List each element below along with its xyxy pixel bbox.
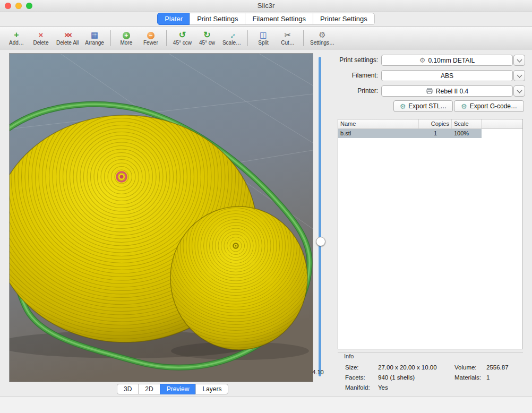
slic3r-window: Slic3r Plater Print Settings Filament Se… xyxy=(0,0,532,413)
printer-icon xyxy=(426,88,433,94)
delete-all-label: Delete All xyxy=(56,40,79,46)
printer-dropdown-button[interactable] xyxy=(513,85,525,97)
cut-icon: ✂ xyxy=(285,30,291,39)
arrange-icon: ▦ xyxy=(91,30,98,39)
size-value: 27.00 x 20.00 x 10.00 xyxy=(378,364,437,371)
volume-value: 2556.87 xyxy=(486,364,509,371)
export-stl-label: Export STL… xyxy=(408,102,447,110)
window-title: Slic3r xyxy=(0,0,532,12)
printer-select[interactable]: Rebel II 0.4 xyxy=(381,85,513,97)
info-title: Info xyxy=(344,353,354,359)
scale-button[interactable]: ↔ Scale… xyxy=(219,28,244,48)
toolbar: + Add… × Delete ×× Delete All ▦ Arrange … xyxy=(0,27,532,49)
tab-filament-settings[interactable]: Filament Settings xyxy=(245,13,313,25)
size-label: Size: xyxy=(345,364,359,371)
tab-plater[interactable]: Plater xyxy=(157,13,190,25)
filament-dropdown-button[interactable] xyxy=(513,70,525,81)
chevron-down-icon xyxy=(517,57,522,62)
settings-icon: ⚙ xyxy=(319,30,325,39)
cut-button[interactable]: ✂ Cut… xyxy=(276,28,300,48)
fewer-button[interactable]: − Fewer xyxy=(139,28,163,48)
object-list-header: Name Copies Scale xyxy=(338,119,522,129)
filament-value: ABS xyxy=(441,72,453,80)
more-label: More xyxy=(120,40,132,46)
delete-label: Delete xyxy=(33,40,49,46)
layer-slider-thumb[interactable] xyxy=(316,237,325,246)
materials-label: Materials: xyxy=(454,374,481,381)
rotate-cw-label: 45° cw xyxy=(199,40,215,46)
split-button[interactable]: ◫ Split xyxy=(251,28,276,48)
table-row[interactable]: b.stl 1 100% xyxy=(338,129,482,138)
materials-value: 1 xyxy=(486,374,490,381)
chevron-down-icon xyxy=(517,72,522,78)
manifold-label: Manifold: xyxy=(345,384,370,391)
3d-viewport[interactable] xyxy=(9,53,313,382)
arrange-button[interactable]: ▦ Arrange xyxy=(82,28,107,48)
rotate-cw-icon: ↻ xyxy=(203,30,210,39)
more-button[interactable]: + More xyxy=(114,28,139,48)
manifold-value: Yes xyxy=(378,384,388,391)
settings-label: Settings… xyxy=(310,40,334,46)
rotate-ccw-icon: ↺ xyxy=(179,30,186,39)
gear-icon: ⚙ xyxy=(419,57,426,64)
preview-scene xyxy=(10,54,313,382)
toolbar-separator xyxy=(247,30,248,46)
object-copies-cell: 1 xyxy=(419,129,452,138)
print-settings-select[interactable]: ⚙ 0.10mm DETAIL xyxy=(381,55,513,66)
toolbar-separator xyxy=(303,30,304,46)
facets-value: 940 (1 shells) xyxy=(378,374,415,381)
layer-height-value: 4.10 xyxy=(309,369,327,375)
object-list[interactable]: Name Copies Scale b.stl 1 100% xyxy=(338,119,523,349)
export-gcode-icon: ⚙ xyxy=(461,103,467,110)
add-label: Add… xyxy=(9,40,24,46)
column-header-name[interactable]: Name xyxy=(338,119,419,128)
delete-icon: × xyxy=(39,30,44,39)
facets-label: Facets: xyxy=(345,374,365,381)
delete-all-button[interactable]: ×× Delete All xyxy=(53,28,82,48)
split-label: Split xyxy=(258,40,268,46)
add-button[interactable]: + Add… xyxy=(4,28,29,48)
tab-printer-settings[interactable]: Printer Settings xyxy=(313,13,375,25)
column-header-copies[interactable]: Copies xyxy=(419,119,452,128)
layer-slider-track[interactable] xyxy=(319,57,321,376)
export-gcode-label: Export G-code… xyxy=(470,102,517,110)
arrange-label: Arrange xyxy=(85,40,104,46)
add-icon: + xyxy=(14,30,19,39)
volume-label: Volume: xyxy=(454,364,477,371)
column-header-scale[interactable]: Scale xyxy=(452,119,482,128)
split-icon: ◫ xyxy=(260,30,267,39)
titlebar: Slic3r xyxy=(0,0,532,12)
scale-icon: ↔ xyxy=(228,30,236,39)
export-stl-icon: ⚙ xyxy=(400,103,406,110)
view-tab-3d[interactable]: 3D xyxy=(117,384,139,394)
view-tab-layers[interactable]: Layers xyxy=(195,384,228,394)
fewer-icon: − xyxy=(147,32,155,39)
settings-button[interactable]: ⚙ Settings… xyxy=(307,28,338,48)
rotate-cw-button[interactable]: ↻ 45° cw xyxy=(195,28,219,48)
printer-label: Printer: xyxy=(319,85,378,97)
fewer-label: Fewer xyxy=(143,40,158,46)
print-settings-dropdown-button[interactable] xyxy=(513,55,525,66)
printer-value: Rebel II 0.4 xyxy=(436,88,468,95)
export-stl-button[interactable]: ⚙ Export STL… xyxy=(393,100,453,112)
filament-label: Filament: xyxy=(319,70,378,81)
object-name-cell: b.stl xyxy=(338,129,419,138)
tab-print-settings[interactable]: Print Settings xyxy=(190,13,245,25)
toolbar-separator xyxy=(166,30,167,46)
export-gcode-button[interactable]: ⚙ Export G-code… xyxy=(454,100,524,112)
toolbar-separator xyxy=(110,30,111,46)
status-strip xyxy=(0,396,532,413)
view-tab-preview[interactable]: Preview xyxy=(160,384,196,394)
rotate-ccw-label: 45° ccw xyxy=(173,40,192,46)
more-icon: + xyxy=(123,32,130,39)
cut-label: Cut… xyxy=(281,40,295,46)
rotate-ccw-button[interactable]: ↺ 45° ccw xyxy=(170,28,195,48)
print-settings-label: Print settings: xyxy=(319,55,378,66)
chevron-down-icon xyxy=(517,88,522,93)
main-tab-bar: Plater Print Settings Filament Settings … xyxy=(0,13,532,25)
delete-button[interactable]: × Delete xyxy=(29,28,53,48)
print-settings-value: 0.10mm DETAIL xyxy=(428,57,475,64)
object-scale-cell: 100% xyxy=(452,129,482,138)
view-tab-2d[interactable]: 2D xyxy=(138,384,160,394)
filament-select[interactable]: ABS xyxy=(381,70,513,81)
